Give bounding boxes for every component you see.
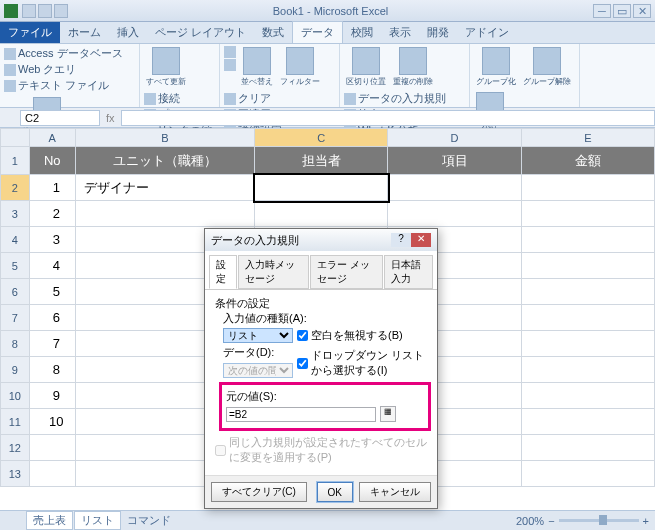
qat-save-icon[interactable] [22,4,36,18]
close-button[interactable]: ✕ [633,4,651,18]
qat-redo-icon[interactable] [54,4,68,18]
row-header-13[interactable]: 13 [1,461,30,487]
zoom-value[interactable]: 200% [516,515,544,527]
tab-home[interactable]: ホーム [60,22,109,43]
cell-E9[interactable] [521,357,654,383]
cell-A3[interactable]: 2 [29,201,75,227]
sheet-tab-1[interactable]: 売上表 [26,511,73,530]
range-picker-icon[interactable]: ▦ [380,406,396,422]
cell-A6[interactable]: 5 [29,279,75,305]
allow-select[interactable]: リスト [223,328,293,343]
header-amount[interactable]: 金額 [521,147,654,175]
ignore-blank-checkbox[interactable]: 空白を無視する(B) [297,328,403,343]
cell-B2[interactable]: デザイナー [75,175,254,201]
cell-E8[interactable] [521,331,654,357]
header-person[interactable]: 担当者 [255,147,388,175]
btn-text-to-columns[interactable]: 区切り位置 [344,46,388,88]
cell-A12[interactable] [29,435,75,461]
cell-E4[interactable] [521,227,654,253]
dialog-tab-settings[interactable]: 設定 [209,255,237,289]
cell-E6[interactable] [521,279,654,305]
btn-group[interactable]: グループ化 [474,46,518,88]
tab-addins[interactable]: アドイン [457,22,517,43]
cell-A8[interactable]: 7 [29,331,75,357]
row-header-5[interactable]: 5 [1,253,30,279]
zoom-out-button[interactable]: − [548,515,554,527]
cell-A11[interactable]: 10 [29,409,75,435]
header-unit[interactable]: ユニット（職種） [75,147,254,175]
cell-E5[interactable] [521,253,654,279]
sheet-tab-2[interactable]: リスト [74,511,121,530]
row-header-9[interactable]: 9 [1,357,30,383]
btn-clear[interactable]: クリア [224,91,282,106]
btn-text[interactable]: テキスト ファイル [4,78,123,93]
cell-E7[interactable] [521,305,654,331]
cell-C3[interactable] [255,201,388,227]
header-no[interactable]: No [29,147,75,175]
tab-pagelayout[interactable]: ページ レイアウト [147,22,254,43]
dialog-titlebar[interactable]: データの入力規則 ? ✕ [205,229,437,251]
tab-review[interactable]: 校閲 [343,22,381,43]
btn-sort-az[interactable] [224,46,236,58]
btn-sort[interactable]: 並べ替え [239,46,275,88]
tab-view[interactable]: 表示 [381,22,419,43]
cell-A5[interactable]: 4 [29,253,75,279]
row-header-3[interactable]: 3 [1,201,30,227]
cell-B3[interactable] [75,201,254,227]
cell-E2[interactable] [521,175,654,201]
tab-dev[interactable]: 開発 [419,22,457,43]
row-header-12[interactable]: 12 [1,435,30,461]
maximize-button[interactable]: ▭ [613,4,631,18]
zoom-slider[interactable] [559,519,639,522]
dropdown-checkbox[interactable]: ドロップダウン リストから選択する(I) [297,348,427,378]
name-box[interactable]: C2 [20,110,100,126]
qat-undo-icon[interactable] [38,4,52,18]
dialog-help-button[interactable]: ? [391,233,411,247]
btn-access[interactable]: Access データベース [4,46,123,61]
clear-all-button[interactable]: すべてクリア(C) [211,482,307,502]
cell-D3[interactable] [388,201,521,227]
dialog-tab-input-msg[interactable]: 入力時メッセージ [238,255,309,289]
tab-insert[interactable]: 挿入 [109,22,147,43]
btn-connections[interactable]: 接続 [144,91,215,106]
btn-filter[interactable]: フィルター [278,46,322,88]
btn-remove-dup[interactable]: 重複の削除 [391,46,435,88]
cell-E11[interactable] [521,409,654,435]
ok-button[interactable]: OK [317,482,353,502]
dialog-tab-error-msg[interactable]: エラー メッセージ [310,255,383,289]
cell-D2[interactable] [388,175,521,201]
cell-E12[interactable] [521,435,654,461]
cancel-button[interactable]: キャンセル [359,482,431,502]
tab-file[interactable]: ファイル [0,22,60,43]
col-header-C[interactable]: C [255,129,388,147]
minimize-button[interactable]: ─ [593,4,611,18]
row-header-11[interactable]: 11 [1,409,30,435]
col-header-A[interactable]: A [29,129,75,147]
btn-web[interactable]: Web クエリ [4,62,123,77]
row-header-2[interactable]: 2 [1,175,30,201]
row-header-7[interactable]: 7 [1,305,30,331]
cell-A9[interactable]: 8 [29,357,75,383]
zoom-in-button[interactable]: + [643,515,649,527]
cell-A4[interactable]: 3 [29,227,75,253]
cell-E13[interactable] [521,461,654,487]
cell-A2[interactable]: 1 [29,175,75,201]
btn-refresh-all[interactable]: すべて更新 [144,46,188,88]
col-header-B[interactable]: B [75,129,254,147]
btn-sort-za[interactable] [224,59,236,71]
header-item[interactable]: 項目 [388,147,521,175]
cell-C2[interactable] [255,175,388,201]
btn-data-validation[interactable]: データの入力規則 [344,91,446,106]
cell-E3[interactable] [521,201,654,227]
row-header-4[interactable]: 4 [1,227,30,253]
row-header-1[interactable]: 1 [1,147,30,175]
tab-formulas[interactable]: 数式 [254,22,292,43]
cell-A13[interactable] [29,461,75,487]
row-header-6[interactable]: 6 [1,279,30,305]
cell-A7[interactable]: 6 [29,305,75,331]
source-input[interactable] [226,407,376,422]
btn-ungroup[interactable]: グループ解除 [521,46,573,88]
tab-data[interactable]: データ [292,21,343,43]
col-header-E[interactable]: E [521,129,654,147]
cell-A10[interactable]: 9 [29,383,75,409]
